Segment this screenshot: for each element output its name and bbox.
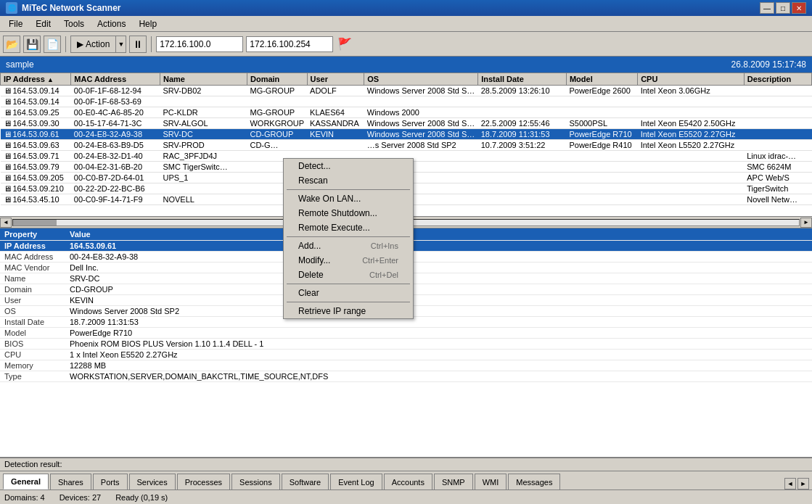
- context-menu-item-label: Add...: [298, 241, 321, 251]
- computer-icon: 🖥: [4, 184, 12, 193]
- scroll-thumb[interactable]: [13, 220, 57, 226]
- close-button[interactable]: ✕: [792, 2, 806, 14]
- ip-from-input[interactable]: 172.16.100.0: [156, 36, 243, 52]
- tab-scroll-left[interactable]: ◄: [784, 478, 796, 489]
- status-devices: Devices: 27: [60, 493, 101, 502]
- context-menu-item-add---[interactable]: Add...Ctrl+Ins: [284, 239, 413, 253]
- scroll-left-btn[interactable]: ◄: [0, 218, 12, 228]
- ip-to-input[interactable]: 172.16.100.254: [246, 36, 333, 52]
- context-menu-item-label: Remote Shutdown...: [298, 208, 377, 218]
- prop-name: MAC Vendor: [0, 263, 65, 273]
- tab-event-log[interactable]: Event Log: [330, 474, 382, 489]
- col-user[interactable]: User: [307, 73, 364, 86]
- table-row[interactable]: 🖥164.53.09.6300-24-E8-63-B9-D5SRV-PRODCD…: [1, 140, 812, 151]
- menu-file[interactable]: File: [3, 17, 28, 30]
- tab-general[interactable]: General: [3, 474, 49, 489]
- context-menu-item-remote-shutdown---[interactable]: Remote Shutdown...: [284, 206, 413, 220]
- open-button[interactable]: 📂: [3, 36, 20, 53]
- context-menu-item-remote-execute---[interactable]: Remote Execute...: [284, 220, 413, 235]
- maximize-button[interactable]: □: [776, 2, 790, 14]
- list-item[interactable]: Memory12288 MB: [0, 360, 812, 371]
- prop-name: User: [0, 295, 65, 306]
- context-menu-shortcut: Ctrl+Enter: [362, 256, 398, 265]
- action-button[interactable]: ▶ Action: [70, 36, 116, 53]
- computer-icon: 🖥: [4, 162, 12, 171]
- col-cpu[interactable]: CPU: [638, 73, 745, 86]
- context-menu-item-wake-on-lan---[interactable]: Wake On LAN...: [284, 191, 413, 206]
- context-menu-item-rescan[interactable]: Rescan: [284, 173, 413, 188]
- list-item[interactable]: BIOSPhoenix ROM BIOS PLUS Version 1.10 1…: [0, 339, 812, 350]
- computer-icon: 🖥: [4, 173, 12, 182]
- prop-name: Memory: [0, 360, 65, 371]
- detection-bar: Detection result:: [0, 458, 812, 471]
- tab-services[interactable]: Services: [129, 474, 176, 489]
- list-item[interactable]: CPU1 x Intel Xeon E5520 2.27GHz: [0, 350, 812, 360]
- col-description[interactable]: Description: [744, 73, 811, 86]
- col-model[interactable]: Model: [566, 73, 637, 86]
- save-button[interactable]: 💾: [23, 36, 41, 53]
- status-domains: Domains: 4: [4, 493, 45, 502]
- table-row[interactable]: 🖥164.53.09.3000-15-17-64-71-3CSRV-ALGOLW…: [1, 118, 812, 129]
- context-menu-item-detect---[interactable]: Detect...: [284, 159, 413, 173]
- computer-icon: 🖥: [4, 152, 12, 160]
- prop-name: Name: [0, 273, 65, 284]
- col-ip-address[interactable]: IP Address ▲: [1, 73, 71, 86]
- table-row[interactable]: 🖥164.53.09.2500-E0-4C-A6-85-20PC-KLDRMG-…: [1, 107, 812, 118]
- menu-actions[interactable]: Actions: [91, 17, 131, 30]
- status-bar: Domains: 4 Devices: 27 Ready (0,19 s): [0, 489, 812, 504]
- menu-tools[interactable]: Tools: [58, 17, 90, 30]
- tab-scroll-right[interactable]: ►: [797, 478, 809, 489]
- prop-value: Dell Inc.: [65, 263, 812, 273]
- context-menu-item-label: Modify...: [298, 255, 330, 265]
- col-domain[interactable]: Domain: [247, 73, 307, 86]
- menu-help[interactable]: Help: [133, 17, 163, 30]
- minimize-button[interactable]: —: [760, 2, 774, 14]
- status-ready: Ready (0,19 s): [115, 493, 168, 502]
- tab-messages[interactable]: Messages: [508, 474, 560, 489]
- computer-icon: 🖥: [4, 108, 12, 117]
- table-row[interactable]: 🖥164.53.09.1400-0F-1F-68-12-94SRV-DB02MG…: [1, 86, 812, 96]
- tab-wmi[interactable]: WMI: [475, 474, 507, 489]
- action-dropdown[interactable]: ▼: [116, 36, 126, 53]
- context-menu-item-label: Wake On LAN...: [298, 194, 361, 204]
- pause-button[interactable]: ⏸: [129, 36, 147, 53]
- list-item[interactable]: ModelPowerEdge R710: [0, 328, 812, 339]
- prop-name: OS: [0, 306, 65, 317]
- col-name[interactable]: Name: [160, 73, 247, 86]
- context-menu-separator: [287, 189, 410, 190]
- context-menu-item-clear[interactable]: Clear: [284, 286, 413, 300]
- action-label: Action: [86, 39, 110, 49]
- computer-icon: 🖥: [4, 141, 12, 149]
- col-os[interactable]: OS: [364, 73, 478, 86]
- sort-asc-icon: ▲: [47, 76, 54, 83]
- col-mac-address[interactable]: MAC Address: [71, 73, 160, 86]
- prop-value: 1 x Intel Xeon E5520 2.27GHz: [65, 350, 812, 360]
- prop-value: 12288 MB: [65, 360, 812, 371]
- col-install-date[interactable]: Install Date: [478, 73, 567, 86]
- title-bar: 🌐 MiTeC Network Scanner — □ ✕: [0, 0, 812, 16]
- context-menu-item-label: Detect...: [298, 161, 331, 171]
- context-menu-item-modify---[interactable]: Modify...Ctrl+Enter: [284, 253, 413, 268]
- prop-name: MAC Address: [0, 252, 65, 263]
- context-menu-item-delete[interactable]: DeleteCtrl+Del: [284, 268, 413, 282]
- table-row[interactable]: 🖥164.53.09.1400-0F-1F-68-53-69: [1, 96, 812, 107]
- prop-value: 18.7.2009 11:31:53: [65, 317, 812, 328]
- menu-edit[interactable]: Edit: [30, 17, 57, 30]
- tab-accounts[interactable]: Accounts: [384, 474, 432, 489]
- scroll-right-btn[interactable]: ►: [800, 218, 812, 228]
- context-menu-item-retrieve-ip-range[interactable]: Retrieve IP range: [284, 304, 413, 318]
- new-button[interactable]: 📄: [44, 36, 61, 53]
- tab-ports[interactable]: Ports: [93, 474, 128, 489]
- window-controls: — □ ✕: [760, 2, 806, 14]
- context-menu-item-label: Rescan: [298, 175, 328, 186]
- context-menu-item-label: Retrieve IP range: [298, 306, 366, 316]
- computer-icon: 🖥: [4, 195, 12, 204]
- tab-software[interactable]: Software: [282, 474, 329, 489]
- context-menu-shortcut: Ctrl+Del: [369, 270, 398, 279]
- tab-snmp[interactable]: SNMP: [434, 474, 473, 489]
- tab-shares[interactable]: Shares: [50, 474, 91, 489]
- tab-processes[interactable]: Processes: [177, 474, 230, 489]
- list-item[interactable]: TypeWORKSTATION,SERVER,DOMAIN_BAKCTRL,TI…: [0, 371, 812, 382]
- tab-sessions[interactable]: Sessions: [231, 474, 280, 489]
- table-row[interactable]: 🖥164.53.09.6100-24-E8-32-A9-38SRV-DCCD-G…: [1, 129, 812, 140]
